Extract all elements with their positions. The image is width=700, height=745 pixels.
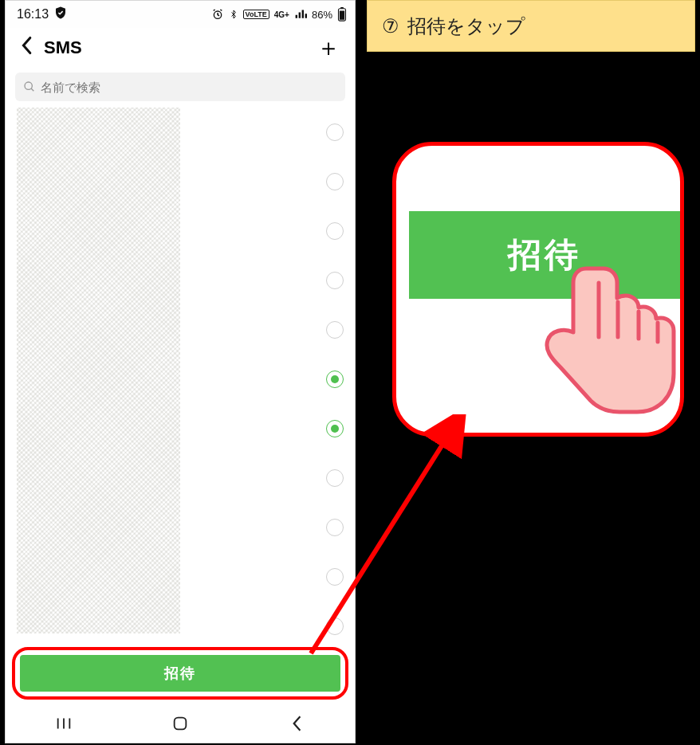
contact-row[interactable]: [17, 256, 344, 305]
svg-rect-3: [340, 11, 344, 20]
callout-invite-button: 招待: [409, 211, 680, 299]
battery-percent: 86%: [312, 9, 332, 21]
contact-row[interactable]: [17, 108, 344, 157]
back-icon[interactable]: [20, 36, 33, 60]
contact-radio[interactable]: [326, 618, 344, 635]
contact-radio[interactable]: [326, 222, 344, 240]
back-nav-icon[interactable]: [265, 715, 328, 732]
contact-radio[interactable]: [326, 469, 344, 487]
contact-radio[interactable]: [326, 371, 344, 388]
battery-icon: [337, 7, 347, 22]
contact-row[interactable]: [17, 305, 344, 355]
contact-row[interactable]: [17, 552, 344, 602]
title-bar: SMS ＋: [6, 28, 355, 68]
phone-frame: 16:13 VoLTE 4G+ 86%: [5, 0, 356, 743]
android-nav-bar: [6, 704, 355, 743]
callout-bubble: 招待: [392, 142, 684, 437]
contact-radio[interactable]: [326, 519, 344, 536]
svg-point-4: [25, 82, 32, 89]
contact-row[interactable]: [17, 602, 344, 644]
contact-radio[interactable]: [326, 173, 344, 190]
step-number: ⑦: [382, 15, 399, 37]
alarm-icon: [211, 8, 224, 21]
contact-row[interactable]: [17, 157, 344, 206]
contact-row[interactable]: [17, 355, 344, 404]
shield-check-icon: [53, 6, 68, 23]
callout-invite-label: 招待: [508, 233, 581, 277]
signal-icon: [294, 9, 307, 20]
contact-list[interactable]: [6, 108, 355, 644]
svg-rect-2: [340, 7, 344, 9]
invite-button[interactable]: 招待: [20, 655, 340, 692]
contact-radio[interactable]: [326, 272, 344, 289]
home-icon[interactable]: [148, 715, 212, 732]
recent-apps-icon[interactable]: [32, 716, 96, 731]
invite-button-highlight: 招待: [12, 647, 348, 700]
contact-row[interactable]: [17, 503, 344, 552]
contact-row[interactable]: [17, 404, 344, 453]
status-bar: 16:13 VoLTE 4G+ 86%: [6, 1, 355, 28]
instruction-text: 招待をタップ: [407, 14, 525, 39]
contact-row[interactable]: [17, 206, 344, 256]
network-4g-icon: 4G+: [274, 10, 289, 19]
contact-row[interactable]: [17, 453, 344, 503]
add-icon[interactable]: ＋: [317, 32, 340, 65]
contact-radio[interactable]: [326, 321, 344, 339]
page-title: SMS: [44, 37, 82, 58]
svg-rect-5: [175, 718, 187, 730]
status-time: 16:13: [17, 7, 49, 22]
contact-radio[interactable]: [326, 568, 344, 586]
search-input[interactable]: [41, 80, 337, 94]
contact-radio[interactable]: [326, 124, 344, 141]
search-icon: [23, 80, 36, 93]
search-bar[interactable]: [15, 73, 345, 101]
contact-radio[interactable]: [326, 420, 344, 437]
bluetooth-icon: [229, 8, 238, 21]
instruction-panel: ⑦ 招待をタップ: [367, 0, 695, 52]
volte-icon: VoLTE: [243, 10, 269, 19]
